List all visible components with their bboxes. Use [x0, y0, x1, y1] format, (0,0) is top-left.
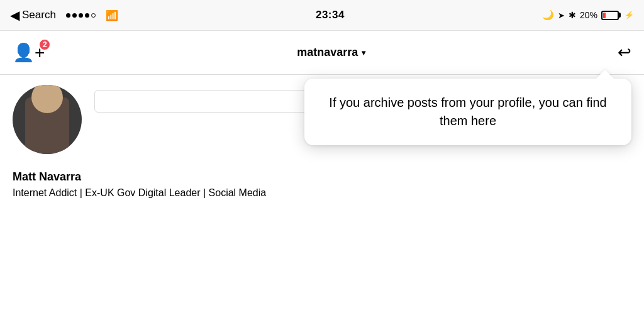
notification-badge: 2 — [38, 38, 51, 51]
username-label: matnavarra — [297, 46, 358, 59]
archive-history-button[interactable]: ↩ — [618, 43, 631, 62]
status-right: 🌙 ➤ ✱ 20% ⚡ — [542, 9, 634, 21]
profile-text-block: Matt Navarra Internet Addict | Ex-UK Gov… — [0, 154, 644, 200]
history-icon: ↩ — [618, 43, 631, 62]
back-label: Search — [22, 9, 56, 21]
bluetooth-icon: ✱ — [569, 10, 576, 20]
archive-tooltip: If you archive posts from your profile, … — [304, 79, 631, 145]
tooltip-box: If you archive posts from your profile, … — [304, 79, 631, 145]
signal-dot-2 — [72, 13, 77, 18]
battery-nub — [619, 13, 621, 18]
profile-bio: Internet Addict | Ex-UK Gov Digital Lead… — [13, 186, 631, 200]
tooltip-arrow — [596, 70, 614, 79]
add-user-button[interactable]: 👤+ 2 — [13, 42, 45, 63]
back-button[interactable]: ◀ Search — [10, 8, 56, 23]
charging-icon: ⚡ — [625, 11, 634, 19]
back-chevron-icon: ◀ — [10, 8, 19, 23]
location-icon: ➤ — [558, 11, 565, 20]
signal-dot-1 — [66, 13, 70, 18]
battery-percentage: 20% — [580, 10, 597, 20]
avatar-body — [25, 97, 69, 154]
signal-dot-4 — [85, 13, 89, 18]
do-not-disturb-icon: 🌙 — [542, 9, 554, 21]
signal-dot-3 — [79, 13, 83, 18]
chevron-down-icon: ▾ — [362, 48, 365, 57]
avatar-area — [13, 85, 82, 154]
status-left: ◀ Search 📶 — [10, 8, 118, 23]
signal-dots — [66, 13, 96, 18]
avatar — [13, 85, 82, 154]
status-bar: ◀ Search 📶 23:34 🌙 ➤ ✱ 20% ⚡ — [0, 0, 644, 31]
wifi-icon: 📶 — [106, 9, 118, 21]
avatar-head — [31, 85, 63, 113]
username-title[interactable]: matnavarra ▾ — [297, 46, 365, 59]
battery-body — [601, 11, 619, 20]
signal-dot-5 — [91, 13, 96, 18]
battery-fill — [603, 13, 606, 18]
profile-name: Matt Navarra — [13, 170, 631, 184]
clock: 23:34 — [316, 9, 345, 21]
battery-indicator — [601, 11, 619, 20]
tooltip-text: If you archive posts from your profile, … — [329, 96, 606, 128]
nav-bar: 👤+ 2 matnavarra ▾ ↩ — [0, 31, 644, 75]
